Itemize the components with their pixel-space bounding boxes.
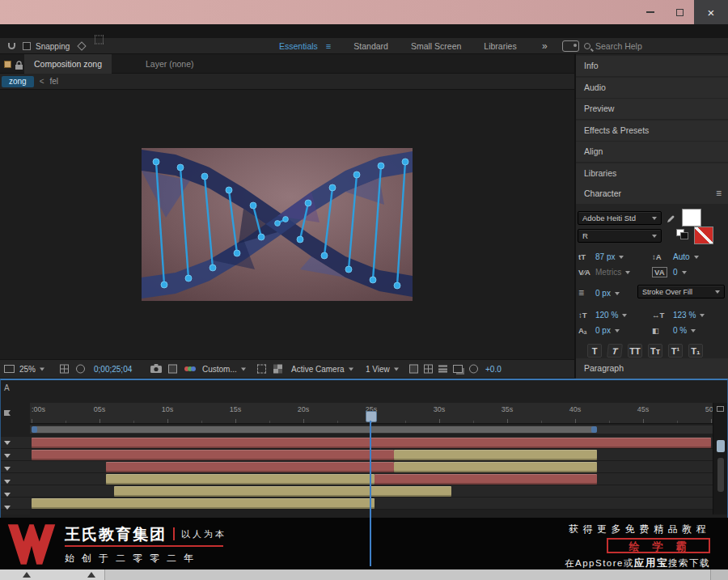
character-panel-header[interactable]: Character ≡ (576, 184, 728, 204)
workspace-menu-icon[interactable]: ≡ (326, 41, 331, 51)
text-style-button-2[interactable]: TT (628, 344, 642, 358)
minimize-button[interactable] (636, 0, 665, 24)
workspace-switcher-icon[interactable] (562, 40, 579, 52)
layer-duration-bar[interactable] (106, 474, 375, 485)
scroll-indicator[interactable] (717, 440, 725, 452)
view-layout-dropdown[interactable]: 1 View (366, 365, 399, 374)
current-time-display[interactable]: 0;00;25;04 (94, 365, 132, 374)
twirl-down-icon[interactable] (4, 454, 11, 458)
twirl-down-icon[interactable] (4, 493, 11, 497)
panel-header-align[interactable]: Align (576, 142, 728, 162)
stroke-color-swatch[interactable] (694, 226, 713, 244)
breadcrumb-parent[interactable]: fel (50, 77, 59, 86)
twirl-down-icon[interactable] (4, 480, 11, 484)
timeline-button-icon[interactable] (438, 366, 447, 373)
search-input[interactable] (595, 41, 717, 51)
work-area-start-handle[interactable] (32, 426, 37, 433)
comp-marker-icon[interactable] (3, 406, 12, 421)
layer-duration-bar[interactable] (394, 462, 597, 472)
text-style-button-1[interactable]: T (607, 344, 623, 358)
panel-header-libraries[interactable]: Libraries (576, 163, 728, 184)
text-style-button-4[interactable]: T¹ (668, 344, 683, 358)
snapping-checkbox[interactable] (23, 42, 31, 50)
font-size-value[interactable]: 87 px (595, 250, 624, 264)
text-style-button-5[interactable]: T₁ (688, 344, 703, 358)
text-style-button-0[interactable]: T (587, 344, 602, 358)
snapping-label[interactable]: Snapping (36, 41, 70, 50)
tsume-value[interactable]: 0 % (673, 324, 696, 337)
font-family-dropdown[interactable]: Adobe Heiti Std (578, 211, 662, 225)
grid-and-guides-icon[interactable] (60, 365, 69, 374)
panel-header-effects-presets[interactable]: Effects & Presets (576, 121, 728, 141)
paragraph-panel-header[interactable]: Paragraph (576, 358, 728, 379)
workspace-tab-libraries[interactable]: Libraries (484, 41, 516, 51)
layer-duration-bar[interactable] (114, 486, 451, 497)
stroke-style-dropdown[interactable]: Stroke Over Fill (637, 285, 725, 298)
layer-duration-bar[interactable] (32, 498, 375, 509)
text-style-button-3[interactable]: Tᴛ (648, 344, 662, 358)
twirl-down-icon[interactable] (4, 441, 11, 445)
kerning-value[interactable]: Metrics (595, 265, 630, 279)
reset-exposure-icon[interactable] (469, 365, 478, 374)
magnification-dropdown[interactable]: 25% (19, 365, 44, 374)
resolution-dropdown[interactable]: Custom... (202, 365, 246, 374)
horizontal-scale-value[interactable]: 123 % (673, 308, 705, 322)
tracking-value[interactable]: 0 (673, 265, 687, 279)
layer-duration-bar[interactable] (106, 462, 394, 472)
default-colors-swatch[interactable] (676, 229, 688, 239)
transparency-grid-icon[interactable] (273, 365, 282, 374)
marker-bin-icon[interactable] (717, 406, 724, 412)
mask-visibility-icon[interactable] (76, 365, 85, 374)
show-channel-icon[interactable] (184, 365, 197, 373)
panel-menu-icon[interactable]: ≡ (716, 184, 722, 204)
timeline-layer-row[interactable] (1, 473, 714, 485)
window-titlebar[interactable]: × (0, 0, 728, 24)
baseline-shift-value[interactable]: 0 px (595, 324, 620, 337)
playhead-handle[interactable] (366, 411, 377, 422)
work-area-end-handle[interactable] (591, 426, 597, 433)
eyedropper-icon[interactable] (667, 212, 675, 226)
tab-composition[interactable]: Composition zong (24, 54, 112, 74)
layer-duration-bar[interactable] (394, 450, 597, 460)
twirl-down-icon[interactable] (4, 467, 11, 471)
snap-to-vertex-icon[interactable] (77, 41, 86, 50)
fill-color-swatch[interactable] (682, 209, 701, 226)
viewer-lock-icon[interactable] (4, 365, 15, 373)
lock-icon[interactable] (15, 59, 23, 74)
work-area-bar[interactable] (32, 426, 597, 433)
font-style-dropdown[interactable]: R (578, 229, 662, 243)
leading-value[interactable]: Auto (673, 250, 699, 264)
layer-duration-bar[interactable] (32, 450, 394, 460)
layer-duration-bar[interactable] (32, 438, 711, 448)
snapshot-camera-icon[interactable] (150, 362, 162, 376)
breadcrumb-current[interactable]: zong (2, 76, 34, 87)
scroll-thumb[interactable] (717, 458, 724, 492)
vertical-scale-value[interactable]: 120 % (595, 308, 627, 322)
layer-duration-bar[interactable] (375, 474, 597, 485)
timeline-layer-row[interactable] (1, 461, 714, 473)
close-button[interactable]: × (694, 0, 728, 24)
panel-header-audio[interactable]: Audio (576, 78, 728, 98)
playhead-line[interactable] (370, 421, 371, 566)
workspace-tab-standard[interactable]: Standard (353, 41, 388, 51)
workspace-overflow-icon[interactable]: » (542, 40, 548, 52)
timeline-layer-row[interactable] (1, 485, 714, 497)
region-of-interest-icon[interactable] (257, 365, 266, 374)
workspace-tab-essentials[interactable]: Essentials (279, 41, 318, 51)
pixel-aspect-icon[interactable] (409, 365, 418, 374)
snap-to-bounds-icon[interactable] (95, 36, 104, 44)
exposure-value[interactable]: +0.0 (485, 365, 502, 374)
timeline-panel-tab[interactable]: A (4, 383, 10, 392)
composition-viewport[interactable] (0, 90, 574, 359)
flowchart-icon[interactable] (453, 365, 463, 373)
panel-header-info[interactable]: Info (576, 56, 728, 76)
workspace-tab-small-screen[interactable]: Small Screen (411, 41, 461, 51)
twirl-down-icon[interactable] (4, 506, 11, 510)
show-snapshot-icon[interactable] (168, 365, 177, 374)
active-camera-dropdown[interactable]: Active Camera (291, 365, 353, 374)
tab-layer[interactable]: Layer (none) (136, 54, 204, 74)
stroke-width-value[interactable]: 0 px (595, 286, 620, 300)
help-search[interactable] (584, 41, 717, 51)
panel-header-preview[interactable]: Preview (576, 99, 728, 119)
timeline-layer-row[interactable] (1, 449, 714, 461)
